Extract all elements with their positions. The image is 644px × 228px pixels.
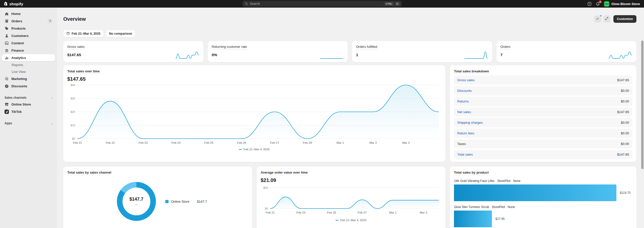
sidebar-item-customers[interactable]: Customers (2, 32, 55, 39)
breakdown-label[interactable]: Total sales (457, 153, 473, 156)
sales-by-product-panel: Total sales by product 24K Gold Vibratin… (450, 167, 636, 228)
breakdown-row-net-sales: Net sales$147.65 (454, 107, 632, 117)
channel-value: $147.7 (197, 200, 207, 203)
shortcut-key-k: K (395, 2, 400, 6)
breakdown-label[interactable]: Gross sales (457, 78, 475, 82)
svg-text:Feb 23: Feb 23 (296, 211, 305, 214)
chart-legend: Feb 21–Mar 4, 2025 (67, 148, 441, 151)
comparison-button[interactable]: No comparison (106, 30, 135, 37)
sidebar-item-label: Marketing (11, 77, 27, 81)
apps-header[interactable]: Apps › (2, 120, 55, 126)
sidebar-channel-tiktok[interactable]: TikTok (2, 108, 55, 115)
sales-channels-header[interactable]: Sales channels › (2, 95, 55, 101)
online-store-icon (5, 102, 9, 107)
global-search[interactable]: CTRL K (242, 1, 402, 7)
expand-button[interactable] (603, 15, 610, 23)
search-icon (245, 2, 248, 6)
customize-button[interactable]: Customize (613, 15, 636, 23)
notifications-bell-icon[interactable]: 1 (596, 2, 600, 6)
insights-button[interactable] (594, 15, 601, 23)
sidebar-item-label: Orders (11, 19, 22, 23)
sidekick-icon[interactable] (587, 2, 592, 6)
svg-text:Feb 28: Feb 28 (303, 141, 312, 144)
store-menu[interactable]: GBS Glow Bloom Store (604, 1, 640, 7)
svg-text:$30: $30 (71, 97, 75, 100)
svg-text:$0: $0 (265, 207, 268, 210)
shopify-bag-icon (4, 2, 8, 6)
shopify-logo[interactable]: shopify (4, 2, 23, 6)
kpi-label: Orders (501, 45, 511, 49)
sidebar-channel-online-store[interactable]: Online Store (2, 101, 55, 108)
breakdown-row-gross-sales: Gross sales$147.65 (454, 75, 632, 85)
legend-square-icon (165, 200, 169, 203)
svg-text:Feb 25: Feb 25 (204, 141, 213, 144)
expand-icon (605, 17, 609, 22)
svg-text:Feb 26: Feb 26 (237, 141, 246, 144)
donut-delta: — (135, 203, 138, 206)
customers-icon (5, 34, 9, 38)
product-label: Glow Skin Turmeric Scrub · StorePilot · … (454, 205, 632, 209)
sidebar-item-marketing[interactable]: Marketing (2, 75, 55, 82)
discounts-icon (5, 84, 9, 88)
product-value: $119.70 (620, 191, 631, 195)
date-range-button[interactable]: Feb 21–Mar 4, 2025 (63, 30, 103, 37)
svg-text:$0: $0 (72, 137, 75, 140)
kpi-card-orders[interactable]: Orders7 (496, 41, 637, 62)
breakdown-label[interactable]: Discounts (457, 89, 472, 93)
breakdown-label[interactable]: Net sales (457, 110, 471, 114)
panel-title[interactable]: Average order value over time (261, 171, 308, 175)
product-bar[interactable] (454, 184, 616, 201)
sidebar-item-products[interactable]: Products (2, 25, 55, 32)
page-scrollbar[interactable] (641, 40, 643, 169)
svg-text:$20: $20 (71, 110, 75, 113)
average-order-value-panel: Average order value over time $21.09 $50… (257, 167, 445, 228)
panel-title[interactable]: Total sales by product (454, 171, 489, 175)
aov-value: $21.09 (261, 177, 441, 183)
sidebar-item-label: Content (11, 41, 24, 45)
search-input[interactable] (250, 2, 383, 6)
sidebar-item-discounts[interactable]: Discounts (2, 82, 55, 90)
panel-title[interactable]: Total sales over time (67, 69, 100, 74)
aov-chart: $50$0Feb 21Feb 23Feb 25Feb 27Mar 1Mar 3 (261, 184, 441, 215)
svg-text:Feb 24: Feb 24 (172, 141, 181, 144)
sidebar-item-label: Finance (11, 49, 24, 52)
breakdown-label[interactable]: Return fees (457, 131, 474, 135)
sidebar-item-finance[interactable]: Finance (2, 47, 55, 54)
panel-title[interactable]: Total sales breakdown (454, 69, 489, 74)
product-bar[interactable] (454, 211, 492, 227)
sidebar-item-analytics[interactable]: Analytics (2, 54, 55, 61)
svg-text:Feb 22: Feb 22 (106, 141, 115, 144)
chevron-right-icon: › (51, 96, 53, 100)
panel-title[interactable]: Total sales by sales channel (67, 171, 111, 175)
topbar: shopify CTRL K 1 GBS Glow Bloom Store (0, 0, 644, 8)
products-icon (5, 26, 9, 31)
sidebar-subitem-live-view[interactable]: Live View (2, 68, 55, 75)
kpi-card-gross-sales[interactable]: Gross sales$147.65 (63, 41, 203, 62)
breakdown-label[interactable]: Returns (457, 99, 469, 103)
product-bar-item: 24K Gold Vibrating Face Lifter · StorePi… (454, 179, 632, 201)
breakdown-label[interactable]: Shipping charges (457, 121, 483, 125)
breakdown-value: $0.00 (621, 142, 629, 146)
kpi-card-returning-customer-rate[interactable]: Returning customer rate0% (208, 41, 348, 62)
product-bar-item: Glow Skin Turmeric Scrub · StorePilot · … (454, 205, 632, 227)
kpi-card-orders-fulfilled[interactable]: Orders fulfilled1 (352, 41, 492, 62)
kpi-row: Gross sales$147.65Returning customer rat… (63, 41, 636, 62)
kpi-sparkline (464, 51, 488, 59)
total-sales-value: $147.65 (67, 76, 441, 82)
notification-count-badge: 1 (599, 1, 602, 3)
total-sales-chart: $40$30$20$10$0Feb 21Feb 22Feb 23Feb 24Fe… (67, 82, 441, 146)
breakdown-row-shipping-charges: Shipping charges$0.00 (454, 118, 632, 127)
breakdown-value: $147.65 (617, 110, 629, 114)
sidebar-subitem-reports[interactable]: Reports (2, 61, 55, 68)
sidebar-item-label: Products (11, 27, 26, 30)
date-range-label: Feb 21–Mar 4, 2025 (72, 32, 100, 35)
kpi-label: Gross sales (67, 45, 85, 49)
sidebar-item-content[interactable]: Content (2, 39, 55, 47)
orders-icon (5, 19, 9, 23)
breakdown-value: $147.65 (617, 153, 629, 156)
svg-text:Feb 25: Feb 25 (327, 211, 336, 214)
calendar-icon (66, 32, 70, 36)
sidebar-item-home[interactable]: Home (2, 10, 55, 17)
sidebar-item-orders[interactable]: Orders7 (2, 17, 55, 25)
content-icon (5, 41, 9, 45)
